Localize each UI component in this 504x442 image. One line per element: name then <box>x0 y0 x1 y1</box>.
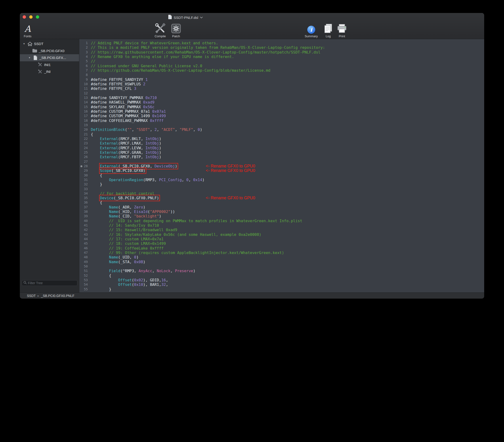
code-line[interactable]: 1// Adding PNLF device for WhateverGreen… <box>79 41 484 45</box>
code-line[interactable]: 40 // _UID is set depending on PWMMax to… <box>79 219 484 223</box>
code-line[interactable]: 23 External(RMCF.LMAX, IntObj) <box>79 141 484 145</box>
code-line[interactable]: 3// https://raw.githubusercontent.com/Re… <box>79 50 484 54</box>
code-token: IntObj <box>145 146 159 150</box>
disclosure-triangle-icon[interactable]: ▼ <box>22 42 26 45</box>
code-line[interactable]: 55 } <box>79 287 484 292</box>
zoom-button[interactable] <box>36 15 39 19</box>
code-line[interactable]: 24 External(RMCF.LEVW, IntObj) <box>79 146 484 150</box>
line-number: 16 <box>79 109 88 114</box>
code-editor[interactable]: 1// Adding PNLF device for WhateverGreen… <box>79 39 484 292</box>
code-line[interactable]: 10#define FBTYPE_HSWPLUS 2 <box>79 82 484 86</box>
code-line[interactable]: 27 <box>79 159 484 164</box>
code-token: Offset <box>118 282 132 287</box>
code-line[interactable]: 14#define HASWELL_PWMMAX 0xad9 <box>79 100 484 105</box>
tree-item-ssdt[interactable]: ▼SSDT <box>20 40 79 47</box>
tree-item-sb-pci0-gfx[interactable]: ▼_SB.PCI0.GFX... <box>20 54 79 61</box>
code-line[interactable]: 46 // 19: CoffeeLake 0xffff <box>79 246 484 250</box>
code-line[interactable]: 52 { <box>79 273 484 278</box>
code-token: (^RMP3, <box>120 269 139 273</box>
code-token: (RMCF.LEVW, <box>118 146 145 150</box>
code-token: External <box>100 150 118 155</box>
fonts-button[interactable]: A Fonts <box>24 21 32 39</box>
code-line[interactable]: 29 Scope(_SB.PCI0.GFX0)<- Rename GFX0 to… <box>79 168 484 173</box>
code-line[interactable]: 31 OperationRegion(RMP3, PCI_Config, 0, … <box>79 177 484 182</box>
code-line[interactable]: 28 External(_SB.PCI0.GFX0, DeviceObj)<- … <box>79 164 484 168</box>
filter-tree-field[interactable] <box>22 280 77 286</box>
code-line[interactable]: 16#define CUSTOM_PWMMAX_07a1 0x07a1 <box>79 109 484 114</box>
code-line[interactable]: 8 <box>79 73 484 77</box>
code-line[interactable]: 51 Field(^RMP3, AnyAcc, NoLock, Preserve… <box>79 269 484 273</box>
code-line[interactable]: 44 // 17: custom LMAX=0x7a1 <box>79 237 484 241</box>
code-line[interactable]: 36 { <box>79 200 484 205</box>
code-line[interactable]: 18#define COFFEELAKE_PWMMAX 0xffff <box>79 118 484 123</box>
code-line[interactable]: 21{ <box>79 132 484 137</box>
code-token <box>91 219 109 223</box>
code-line[interactable]: 30 { <box>79 173 484 177</box>
compile-button[interactable]: Compile <box>154 21 166 39</box>
code-line[interactable]: 25 External(RMCF.GRAN, IntObj) <box>79 150 484 155</box>
window-title-area[interactable]: SSDT-PNLF.dsl <box>168 15 203 20</box>
filter-tree-input[interactable] <box>28 281 76 285</box>
code-line[interactable]: 20DefinitionBlock("", "SSDT", 2, "ACDT",… <box>79 127 484 132</box>
code-token: , <box>132 127 136 132</box>
code-token: , <box>182 177 186 182</box>
code-line[interactable]: 2// This is a modified PNLF version orig… <box>79 45 484 50</box>
code-line[interactable]: 35 Device(_SB.PCI0.GFX0.PNLF)<- Rename G… <box>79 196 484 200</box>
code-line[interactable]: 48 Name(_UID, 0) <box>79 255 484 259</box>
code-line[interactable]: 39 Name(_CID, "backlight") <box>79 214 484 218</box>
code-line[interactable]: 50 <box>79 264 484 269</box>
code-line[interactable]: 37 Name(_ADR, Zero) <box>79 205 484 210</box>
tree-item-ini[interactable]: _INI <box>20 68 79 75</box>
code-line[interactable]: 9#define FBTYPE_SANDYIVY 1 <box>79 77 484 82</box>
line-number: 6 <box>79 64 88 68</box>
code-line[interactable]: 13#define SANDYIVY_PWMMAX 0x710 <box>79 95 484 100</box>
code-line[interactable]: 38 Name(_HID, EisaId("APP0002")) <box>79 210 484 214</box>
title-chevron-down-icon[interactable] <box>200 15 203 19</box>
code-line[interactable]: 54 Offset(0x10), BAR1,32, <box>79 282 484 287</box>
minimize-button[interactable] <box>29 15 33 19</box>
log-button[interactable]: Log <box>324 21 333 39</box>
code-line[interactable]: 11#define FBTYPE_CFL 3 <box>79 86 484 91</box>
code-line[interactable]: 5// <box>79 59 484 63</box>
code-line[interactable]: 15#define SKYLAKE_PWMMAX 0x56c <box>79 105 484 109</box>
code-line[interactable]: 45 // 18: custom LMAX=0x1499 <box>79 241 484 246</box>
tree-item-ini1[interactable]: INI1 <box>20 61 79 68</box>
code-line[interactable]: 19 <box>79 123 484 127</box>
code-line[interactable]: 22 External(RMCF.BKLT, IntObj) <box>79 137 484 141</box>
code-line[interactable]: 32 } <box>79 182 484 187</box>
code-line[interactable]: 41 // 14: Sandy/Ivy 0x710 <box>79 223 484 228</box>
code-token <box>91 223 109 228</box>
patch-button[interactable]: Patch <box>171 21 181 39</box>
code-line[interactable]: 42 // 15: Haswell/Broadwell 0xad9 <box>79 228 484 232</box>
code-token: #define SKYLAKE_PWMMAX <box>91 105 143 109</box>
code-line[interactable]: 49 Name(_STA, 0x0B) <box>79 260 484 264</box>
code-line[interactable]: 26 External(RMCF.FBTP, IntObj) <box>79 155 484 159</box>
code-line[interactable]: 47 // 99: Other (requires custom AppleBa… <box>79 250 484 255</box>
code-token <box>91 168 100 173</box>
code-token: (_UID, <box>118 255 134 259</box>
code-token: DefinitionBlock <box>91 127 125 132</box>
code-token: ( <box>132 278 134 282</box>
disclosure-triangle-icon[interactable]: ▼ <box>28 56 31 59</box>
document-proxy-icon[interactable] <box>168 15 172 20</box>
tree-item-sb-pci0-gfx0[interactable]: _SB.PCI0.GFX0 <box>20 47 79 54</box>
code-line[interactable]: 43 // 16: Skylake/KabyLake 0x56c (and so… <box>79 232 484 237</box>
print-button[interactable]: Print <box>337 21 347 39</box>
code-line[interactable]: 33 <box>79 187 484 191</box>
close-button[interactable] <box>23 15 26 19</box>
code-token: External <box>100 141 118 145</box>
code-line[interactable]: 7// https://github.com/RehabMan/OS-X-Clo… <box>79 68 484 73</box>
summary-button[interactable]: i Summary <box>305 21 318 39</box>
code-token: Device <box>100 196 114 200</box>
code-line[interactable]: 34 // For backlight control <box>79 191 484 196</box>
code-line[interactable]: 4// Rename GFX0 to anything else if your… <box>79 54 484 59</box>
code-token <box>91 260 109 264</box>
code-line[interactable]: 53 Offset(0x02), GDID,16, <box>79 278 484 282</box>
line-number: 53 <box>79 278 88 282</box>
code-line[interactable]: 12 <box>79 91 484 95</box>
line-number: 2 <box>79 45 88 50</box>
code-line[interactable]: 17#define CUSTOM_PWMMAX_1499 0x1499 <box>79 114 484 118</box>
window-chrome: SSDT-PNLF.dsl A Fonts <box>20 13 484 39</box>
code-token <box>91 155 100 159</box>
code-line[interactable]: 6// Licensed under GNU General Public Li… <box>79 64 484 68</box>
